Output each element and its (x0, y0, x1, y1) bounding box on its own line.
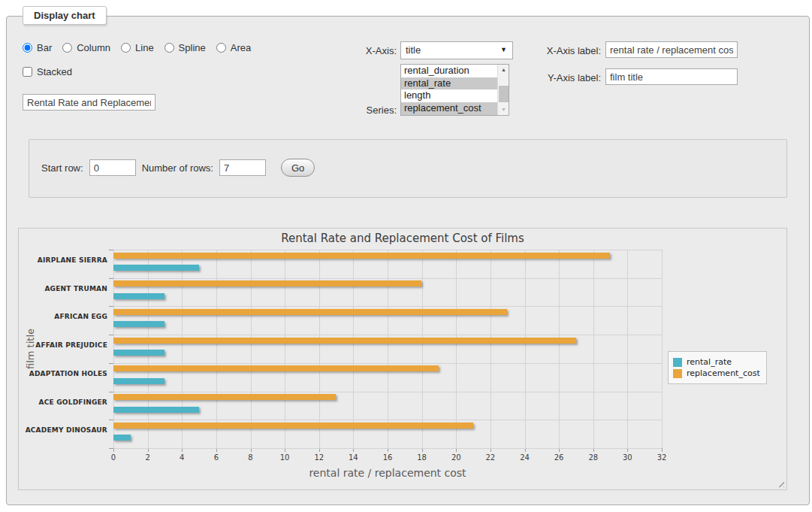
bar-rental_rate (113, 378, 165, 384)
gridline-vertical (216, 250, 217, 448)
radio-line[interactable] (121, 43, 131, 53)
x-axis-tick (662, 448, 663, 452)
x-tick-label: 14 (338, 453, 368, 462)
chart-title-input[interactable] (23, 94, 155, 111)
y-axis-tick (109, 420, 113, 420)
x-tick-label: 20 (441, 453, 471, 462)
gridline-vertical (388, 250, 388, 448)
radio-line-label[interactable]: Line (135, 42, 154, 53)
gridline-horizontal (113, 306, 662, 307)
y-axis-tick (109, 278, 113, 279)
bar-replacement_cost (113, 309, 507, 315)
series-multiselect[interactable]: rental_duration rental_rate length repla… (400, 64, 509, 116)
panel-title: Display chart (23, 6, 107, 25)
x-axis-select[interactable]: title ▼ (400, 41, 513, 59)
plot-area: 02468101214161820222426283032AIRPLANE SI… (113, 250, 662, 448)
gridline-vertical (148, 250, 149, 448)
x-tick-label: 12 (304, 453, 334, 462)
legend-item[interactable]: rental_rate (673, 357, 760, 367)
y-axis-tick (109, 335, 113, 335)
x-axis-label-label: X-Axis label: (526, 45, 601, 56)
x-tick-label: 2 (133, 453, 163, 462)
y-axis-label-input[interactable] (605, 68, 738, 85)
legend-label: replacement_cost (687, 368, 760, 378)
gridline-horizontal (113, 420, 662, 420)
legend-swatch-icon (673, 369, 682, 378)
gridline-horizontal (113, 278, 662, 279)
radio-spline[interactable] (165, 43, 174, 53)
x-axis-label-input[interactable] (605, 41, 738, 58)
radio-column-label[interactable]: Column (77, 42, 110, 53)
x-tick-label: 30 (612, 453, 642, 462)
gridline-vertical (285, 250, 285, 448)
scroll-up-icon[interactable]: ▲ (498, 65, 509, 75)
series-option-replacement-cost[interactable]: replacement_cost (401, 102, 509, 115)
num-rows-label: Number of rows: (142, 162, 213, 174)
radio-area-label[interactable]: Area (231, 42, 251, 53)
y-axis-tick (109, 363, 113, 364)
radio-area[interactable] (216, 43, 226, 53)
stacked-label[interactable]: Stacked (37, 66, 72, 77)
gridline-vertical (593, 250, 594, 448)
gridline-horizontal (113, 250, 662, 250)
bar-replacement_cost (113, 394, 336, 400)
chevron-down-icon: ▼ (500, 46, 507, 53)
radio-column[interactable] (62, 43, 72, 53)
chart-type-radio-group: Bar Column Line Spline Area (23, 42, 257, 53)
series-option-rental-rate[interactable]: rental_rate (401, 77, 509, 90)
stacked-row: Stacked (23, 66, 72, 77)
gridline-vertical (525, 250, 526, 448)
y-axis-tick (109, 392, 113, 392)
scrollbar-thumb[interactable] (499, 86, 509, 102)
x-tick-label: 22 (475, 453, 506, 462)
x-tick-label: 24 (510, 453, 540, 462)
y-axis-title: film title (25, 250, 38, 448)
bar-rental_rate (113, 350, 165, 356)
gridline-vertical (491, 250, 491, 448)
bar-rental_rate (113, 265, 199, 271)
bar-rental_rate (113, 293, 165, 299)
gridline-horizontal (113, 392, 662, 392)
stacked-checkbox[interactable] (23, 67, 32, 77)
bar-replacement_cost (113, 423, 473, 429)
y-axis-tick (109, 448, 113, 449)
x-axis-select-value: title (406, 44, 421, 56)
scroll-down-icon[interactable]: ▼ (498, 105, 509, 115)
radio-bar-label[interactable]: Bar (37, 42, 52, 53)
chart-title: Rental Rate and Replacement Cost of Film… (19, 232, 786, 245)
x-axis-title: rental rate / replacement cost (113, 467, 662, 479)
num-rows-input[interactable] (219, 159, 266, 176)
legend-swatch-icon (673, 358, 682, 367)
bar-rental_rate (113, 435, 131, 441)
start-row-label: Start row: (41, 162, 83, 174)
radio-bar[interactable] (23, 43, 32, 53)
y-axis-tick (109, 250, 113, 250)
resize-handle-icon[interactable] (776, 479, 784, 487)
series-option-rental-duration[interactable]: rental_duration (401, 65, 509, 77)
bar-replacement_cost (113, 253, 610, 259)
series-select-label: Series: (338, 105, 397, 116)
bar-replacement_cost (113, 280, 421, 286)
x-tick-label: 4 (167, 453, 197, 462)
rows-form: Start row: Number of rows: Go (41, 159, 315, 177)
gridline-vertical (627, 250, 628, 448)
gridline-vertical (559, 250, 560, 448)
bar-rental_rate (113, 321, 165, 327)
go-button[interactable]: Go (281, 159, 315, 177)
gridline-vertical (113, 250, 114, 448)
legend-item[interactable]: replacement_cost (673, 368, 760, 378)
radio-spline-label[interactable]: Spline (179, 42, 206, 53)
y-axis-label-label: Y-Axis label: (526, 72, 601, 83)
gridline-vertical (251, 250, 252, 448)
x-tick-label: 28 (578, 453, 608, 462)
series-option-length[interactable]: length (401, 89, 509, 102)
gridline-vertical (319, 250, 320, 448)
gridline-vertical (456, 250, 457, 448)
legend-label: rental_rate (687, 357, 732, 367)
gridline-horizontal (113, 363, 662, 364)
gridline-vertical (422, 250, 423, 448)
start-row-input[interactable] (89, 159, 136, 176)
scrollbar[interactable]: ▲ ▼ (497, 65, 509, 115)
chart-container: Rental Rate and Replacement Cost of Film… (18, 228, 787, 490)
x-tick-label: 32 (647, 453, 677, 462)
